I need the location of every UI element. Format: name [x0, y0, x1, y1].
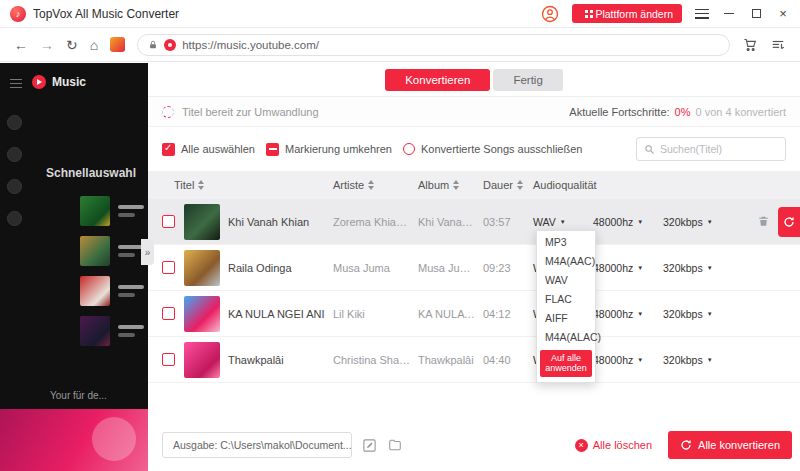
format-dropdown-menu: MP3 M4A(AAC) WAV FLAC AIFF M4A(ALAC) Auf…: [536, 230, 596, 383]
maximize-button[interactable]: [749, 6, 763, 22]
chevron-down-icon: ▼: [707, 219, 713, 225]
extension-icon[interactable]: [110, 37, 125, 52]
album-art: [80, 196, 110, 226]
chevron-down-icon: ▼: [637, 311, 643, 317]
progress-status: Aktuelle Fortschritte: 0% 0 von 4 konver…: [569, 106, 786, 118]
table-row[interactable]: KA NULA NGEI ANI Lil Kiki KA NULA NGEI A…: [148, 291, 800, 337]
samplerate-select[interactable]: 48000hz▼: [593, 308, 663, 320]
dropdown-option-aiff[interactable]: AIFF: [537, 309, 595, 328]
list-item[interactable]: [80, 276, 148, 306]
address-bar[interactable]: https://music.youtube.com/: [137, 34, 730, 56]
open-folder-icon[interactable]: [387, 438, 403, 452]
sort-icon: [453, 180, 459, 190]
refresh-icon[interactable]: ↻: [66, 38, 78, 52]
convert-all-button[interactable]: Alle konvertieren: [668, 431, 792, 459]
change-platform-button[interactable]: Plattform ändern: [572, 4, 682, 23]
sidebar-expand-handle[interactable]: »: [141, 239, 154, 265]
content-area: Music Schnellauswahl: [0, 63, 800, 471]
song-album: Musa Juma hits: [418, 262, 483, 274]
close-button[interactable]: ×: [776, 6, 790, 22]
exclude-radio-icon: [403, 143, 415, 155]
change-platform-label: Plattform ändern: [595, 8, 673, 20]
table-row[interactable]: Raila Odinga Musa Juma Musa Juma hits 09…: [148, 245, 800, 291]
album-art: [80, 316, 110, 346]
song-title: Thawkpalâi: [228, 354, 333, 366]
nav-rail-icon[interactable]: [7, 211, 22, 226]
delete-all-button[interactable]: × Alle löschen: [575, 439, 652, 452]
exclude-converted-toggle[interactable]: Konvertierte Songs ausschließen: [403, 143, 582, 155]
tab-convert[interactable]: Konvertieren: [385, 69, 490, 91]
convert-row-button[interactable]: [778, 207, 800, 237]
chevron-down-icon: ▼: [707, 357, 713, 363]
chevron-down-icon: ▼: [707, 265, 713, 271]
samplerate-select[interactable]: 48000hz▼: [593, 262, 663, 274]
column-header-album[interactable]: Album: [418, 179, 483, 191]
samplerate-select[interactable]: 48000hz▼: [593, 216, 663, 228]
delete-circle-icon: ×: [575, 439, 588, 452]
album-art: [184, 204, 220, 240]
cart-icon[interactable]: [742, 37, 758, 52]
row-checkbox[interactable]: [162, 261, 175, 274]
dropdown-option-mp3[interactable]: MP3: [537, 233, 595, 252]
home-icon[interactable]: ⌂: [90, 38, 98, 52]
dropdown-option-flac[interactable]: FLAC: [537, 290, 595, 309]
row-checkbox[interactable]: [162, 215, 175, 228]
list-item[interactable]: [80, 316, 148, 346]
column-header-quality: Audioqualität: [533, 179, 593, 191]
music-brand[interactable]: Music: [32, 75, 86, 89]
song-title: KA NULA NGEI ANI: [228, 308, 333, 320]
tab-finished[interactable]: Fertig: [493, 69, 562, 91]
bitrate-select[interactable]: 320kbps▼: [663, 354, 731, 366]
music-logo-icon: [32, 75, 46, 89]
nav-rail-icon[interactable]: [7, 115, 22, 130]
dropdown-option-m4a-alac[interactable]: M4A(ALAC): [537, 328, 595, 347]
converter-panel: Konvertieren Fertig Titel bereit zur Umw…: [148, 63, 800, 471]
playlist-icon[interactable]: [770, 38, 786, 52]
dropdown-option-wav[interactable]: WAV: [537, 271, 595, 290]
convert-icon: [680, 439, 692, 451]
status-bar: Titel bereit zur Umwandlung Aktuelle For…: [148, 97, 800, 127]
row-checkbox[interactable]: [162, 307, 175, 320]
delete-row-button[interactable]: [757, 215, 770, 228]
table-row[interactable]: Khi Vanah Khian Zorema Khiangte Khi Vana…: [148, 199, 800, 245]
account-icon[interactable]: [541, 5, 559, 23]
chevron-down-icon: ▼: [637, 357, 643, 363]
samplerate-select[interactable]: 48000hz▼: [593, 354, 663, 366]
list-item[interactable]: [80, 196, 148, 226]
invert-selection-button[interactable]: Markierung umkehren: [266, 143, 392, 156]
song-artist: Zorema Khiangte: [333, 216, 418, 228]
music-brand-label: Music: [52, 75, 86, 89]
back-icon[interactable]: ←: [14, 38, 28, 52]
row-checkbox[interactable]: [162, 353, 175, 366]
column-header-duration[interactable]: Dauer: [483, 179, 533, 191]
search-input[interactable]: [660, 143, 778, 155]
select-all-button[interactable]: Alle auswählen: [162, 143, 255, 156]
column-header-title[interactable]: Titel: [148, 179, 333, 191]
minimize-button[interactable]: [722, 6, 736, 22]
chevron-down-icon: ▼: [560, 219, 566, 225]
list-item[interactable]: [80, 236, 148, 266]
app-window: ♪ TopVox All Music Converter Plattform ä…: [0, 0, 800, 471]
format-select[interactable]: WAV▼: [533, 216, 593, 228]
search-icon: [644, 144, 655, 155]
app-title: TopVox All Music Converter: [33, 7, 179, 21]
app-logo-icon: ♪: [10, 6, 26, 22]
sidebar-menu-icon[interactable]: [10, 79, 22, 88]
search-box: [636, 137, 786, 161]
table-row[interactable]: Thawkpalâi Christina Shakum Thawkpalâi 0…: [148, 337, 800, 383]
dropdown-option-m4a-aac[interactable]: M4A(AAC): [537, 252, 595, 271]
song-album: Khi Vanah Khian: [418, 216, 483, 228]
forward-icon[interactable]: →: [40, 38, 54, 52]
menu-icon[interactable]: [695, 9, 709, 19]
apply-to-all-button[interactable]: Auf alle anwenden: [540, 350, 592, 377]
edit-output-path-icon[interactable]: [362, 438, 377, 453]
bitrate-select[interactable]: 320kbps▼: [663, 216, 731, 228]
webpage-sidebar: Music Schnellauswahl: [0, 63, 148, 471]
bitrate-select[interactable]: 320kbps▼: [663, 308, 731, 320]
nav-rail-icon[interactable]: [7, 147, 22, 162]
nav-rail-icon[interactable]: [7, 179, 22, 194]
column-header-artist[interactable]: Artiste: [333, 179, 418, 191]
bitrate-select[interactable]: 320kbps▼: [663, 262, 731, 274]
song-duration: 04:12: [483, 308, 533, 320]
select-all-checkbox-icon: [162, 143, 175, 156]
